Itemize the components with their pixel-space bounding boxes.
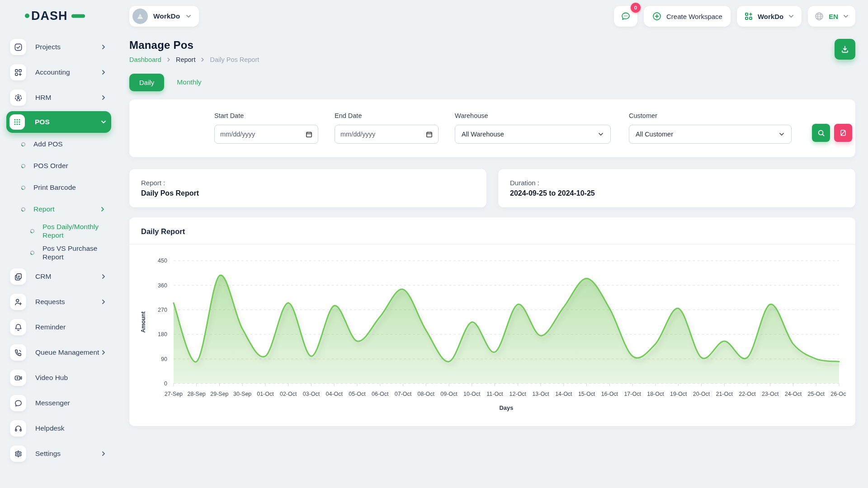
- customer-select[interactable]: All Customer: [629, 125, 792, 144]
- daily-report-chart: 09018027036045027-Sep28-Sep29-Sep30-Sep0…: [129, 244, 855, 422]
- svg-text:15-Oct: 15-Oct: [578, 391, 595, 397]
- report-period-tabs: Daily Monthly: [129, 73, 855, 91]
- sidebar-item-crm[interactable]: CRM: [6, 265, 111, 288]
- svg-text:19-Oct: 19-Oct: [670, 391, 687, 397]
- svg-text:25-Oct: 25-Oct: [808, 391, 825, 397]
- notification-badge: 0: [631, 3, 641, 13]
- reset-filter-button[interactable]: [834, 124, 852, 142]
- start-date-input[interactable]: mm/dd/yyyy: [214, 125, 318, 144]
- daily-report-card: Daily Report 09018027036045027-Sep28-Sep…: [129, 217, 855, 426]
- report-label: Report :: [141, 179, 475, 187]
- svg-text:22-Oct: 22-Oct: [739, 391, 756, 397]
- sidebar-nav: Projects Accounting HRM POS: [0, 31, 118, 465]
- phone-call-icon: [10, 344, 26, 361]
- donut-bullet-icon: [21, 207, 26, 212]
- chevron-right-icon: [100, 299, 107, 305]
- warehouse-select[interactable]: All Warehouse: [455, 125, 611, 144]
- svg-text:180: 180: [158, 331, 167, 338]
- svg-text:27-Sep: 27-Sep: [165, 391, 183, 397]
- clear-filter-icon: [840, 129, 847, 136]
- warehouse-label: Warehouse: [455, 112, 611, 119]
- filter-panel: Start Date mm/dd/yyyy End Date mm/dd/yyy…: [129, 99, 855, 157]
- sidebar-item-messenger[interactable]: Messenger: [6, 391, 111, 415]
- language-selector[interactable]: EN: [808, 6, 855, 27]
- checkbox-icon: [10, 39, 26, 55]
- duration-label: Duration :: [510, 179, 844, 187]
- sidebar-item-hrm[interactable]: HRM: [6, 86, 111, 109]
- end-date-input[interactable]: mm/dd/yyyy: [335, 125, 439, 144]
- svg-text:05-Oct: 05-Oct: [349, 391, 366, 397]
- breadcrumb-report[interactable]: Report: [176, 56, 196, 63]
- sidebar-item-reminder[interactable]: Reminder: [6, 315, 111, 339]
- svg-text:18-Oct: 18-Oct: [647, 391, 664, 397]
- sidebar-subitem-add-pos[interactable]: Add POS: [6, 135, 111, 154]
- apply-filter-button[interactable]: [812, 124, 830, 142]
- sidebar-item-accounting[interactable]: Accounting: [6, 61, 111, 84]
- chat-bubble-icon: [620, 11, 631, 22]
- end-date-label: End Date: [335, 112, 439, 119]
- messages-button[interactable]: 0: [614, 6, 637, 27]
- svg-text:26-Oct: 26-Oct: [830, 391, 846, 397]
- sidebar-subitem-print-barcode[interactable]: Print Barcode: [6, 178, 111, 197]
- svg-text:29-Sep: 29-Sep: [210, 391, 228, 397]
- brand-text: DASH: [31, 9, 68, 23]
- donut-bullet-icon: [21, 142, 26, 147]
- sidebar-subitem-pos-daily-monthly-report[interactable]: Pos Daily/Monthly Report: [6, 221, 111, 240]
- layers-icon: [10, 268, 26, 285]
- grid-plus-icon: [744, 12, 753, 21]
- chevron-right-icon: [100, 349, 107, 356]
- svg-text:02-Oct: 02-Oct: [280, 391, 297, 397]
- svg-text:11-Oct: 11-Oct: [486, 391, 503, 397]
- chevron-down-icon: [185, 13, 192, 19]
- svg-text:14-Oct: 14-Oct: [555, 391, 572, 397]
- chevron-down-icon: [100, 119, 107, 125]
- topbar: WorkDo 0 Create Workspace WorkDo EN: [118, 0, 868, 33]
- grid-plus-icon: [10, 64, 26, 80]
- donut-bullet-icon: [30, 229, 35, 234]
- dash-logo: DASH: [24, 7, 87, 23]
- chat-bubble-icon: [10, 395, 26, 411]
- user-plus-icon: [10, 294, 26, 310]
- breadcrumb-dashboard[interactable]: Dashboard: [129, 56, 161, 63]
- calendar-icon: [306, 131, 312, 138]
- app-switcher-button[interactable]: WorkDo: [737, 6, 802, 27]
- sidebar: DASH Projects Accounting HRM: [0, 0, 118, 488]
- chevron-right-icon: [100, 69, 107, 75]
- tab-daily[interactable]: Daily: [129, 74, 164, 91]
- sidebar-item-requests[interactable]: Requests: [6, 290, 111, 314]
- page-title: Manage Pos: [129, 39, 259, 52]
- svg-text:07-Oct: 07-Oct: [395, 391, 412, 397]
- download-report-button[interactable]: [835, 39, 855, 60]
- headset-icon: [10, 420, 26, 436]
- tab-monthly[interactable]: Monthly: [170, 73, 208, 91]
- sidebar-subitem-pos-order[interactable]: POS Order: [6, 156, 111, 175]
- chart-title: Daily Report: [129, 217, 855, 244]
- svg-text:04-Oct: 04-Oct: [326, 391, 343, 397]
- svg-text:10-Oct: 10-Oct: [463, 391, 481, 397]
- svg-text:01-Oct: 01-Oct: [257, 391, 274, 397]
- workspace-avatar: [132, 9, 148, 24]
- globe-icon: [814, 11, 824, 21]
- daily-report-area-chart: 09018027036045027-Sep28-Sep29-Sep30-Sep0…: [138, 252, 846, 420]
- svg-text:Amount: Amount: [140, 311, 146, 333]
- sidebar-item-video-hub[interactable]: Video Hub: [6, 366, 111, 389]
- create-workspace-button[interactable]: Create Workspace: [644, 6, 731, 27]
- svg-text:12-Oct: 12-Oct: [509, 391, 527, 397]
- svg-text:20-Oct: 20-Oct: [693, 391, 710, 397]
- bell-icon: [10, 319, 26, 335]
- dots-grid-icon: [9, 114, 25, 130]
- sidebar-item-pos[interactable]: POS: [6, 111, 111, 133]
- sidebar-item-helpdesk[interactable]: Helpdesk: [6, 417, 111, 440]
- svg-text:30-Sep: 30-Sep: [233, 391, 251, 397]
- svg-text:360: 360: [158, 282, 167, 289]
- sidebar-subitem-pos-vs-purchase-report[interactable]: Pos VS Purchase Report: [6, 243, 111, 262]
- sidebar-item-projects[interactable]: Projects: [6, 35, 111, 59]
- workspace-selector[interactable]: WorkDo: [129, 6, 199, 27]
- sidebar-subitem-report[interactable]: Report: [6, 200, 111, 219]
- svg-text:17-Oct: 17-Oct: [624, 391, 641, 397]
- sidebar-item-queue-management[interactable]: Queue Management: [6, 341, 111, 364]
- sidebar-item-settings[interactable]: Settings: [6, 442, 111, 465]
- start-date-label: Start Date: [214, 112, 318, 119]
- chevron-right-icon: [100, 450, 107, 457]
- chevron-right-icon: [99, 206, 106, 212]
